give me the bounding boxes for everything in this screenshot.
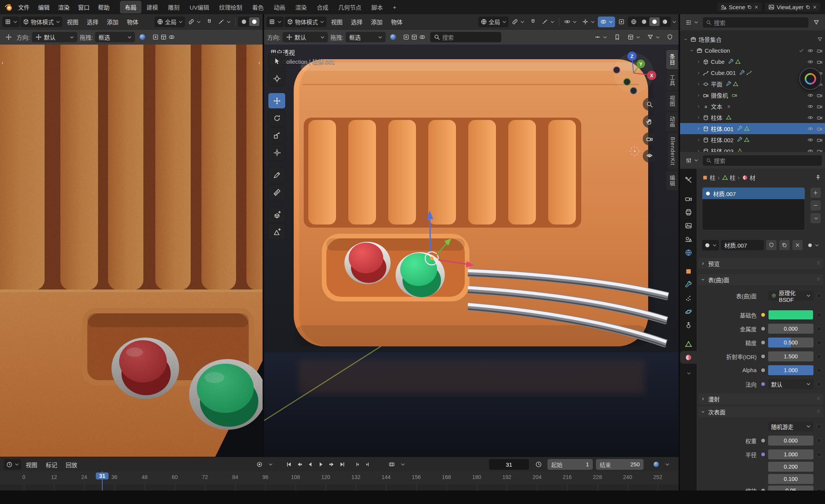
properties-tab-physics[interactable]: [680, 305, 697, 318]
topbar-menu-1[interactable]: 编辑: [34, 2, 54, 13]
animate-dot[interactable]: [817, 293, 822, 298]
duplicate-material-button[interactable]: [779, 240, 790, 251]
vpr-editor-type-button[interactable]: [266, 17, 284, 27]
breadcrumb-item[interactable]: 柱: [702, 173, 715, 181]
properties-tab-output[interactable]: [680, 206, 697, 218]
workspace-tab[interactable]: 几何节点: [333, 1, 366, 13]
vpr-direction-select[interactable]: 默认: [283, 32, 328, 42]
unlink-material-button[interactable]: [792, 240, 803, 251]
shading-solid-button[interactable]: [639, 17, 649, 26]
vpr-gizmos-button[interactable]: [580, 17, 597, 27]
material-name-field[interactable]: 材质.007: [721, 240, 764, 250]
vpr-falloff-sphere-button[interactable]: [388, 32, 398, 43]
animate-dot[interactable]: [817, 313, 822, 318]
sidebar-tab-视图[interactable]: 视图: [666, 91, 678, 111]
radius-value[interactable]: 0.100: [768, 474, 813, 484]
sidebar-tab-编辑[interactable]: 编辑: [666, 171, 678, 190]
workspace-tab[interactable]: 雕刻: [163, 1, 185, 13]
shading-rendered-button[interactable]: [249, 17, 259, 26]
vpr-menu-1[interactable]: 选择: [347, 16, 366, 27]
shading-rendered-button[interactable]: [660, 17, 670, 26]
timeline-menu-0[interactable]: 视图: [22, 459, 41, 470]
normal-select[interactable]: 默认: [768, 379, 813, 389]
properties-tab-view-layer[interactable]: [680, 219, 697, 232]
timeline-ruler[interactable]: 0 12 24 36 48 60 72 84 96 108 120 132 14…: [0, 471, 679, 491]
animate-dot[interactable]: [817, 340, 822, 345]
workspace-tab[interactable]: 脚本: [366, 1, 388, 13]
use-preview-range-clock[interactable]: [534, 459, 544, 469]
vpr-region-menu-button[interactable]: [625, 32, 642, 43]
outliner-item-柱体.002[interactable]: 柱体.002: [680, 134, 825, 145]
tool-scale[interactable]: [268, 127, 286, 143]
auto-keying-toggle[interactable]: [254, 459, 264, 469]
vpl-orientation-select[interactable]: 全局: [155, 17, 185, 27]
camera-view-button[interactable]: [643, 132, 656, 145]
properties-tab-overflow[interactable]: [680, 367, 697, 379]
animate-dot[interactable]: [817, 438, 822, 443]
topbar-menu-3[interactable]: 窗口: [74, 2, 94, 13]
animate-dot[interactable]: [817, 382, 822, 387]
timeline-menu-2[interactable]: 回放: [62, 459, 81, 470]
topbar-menu-2[interactable]: 渲染: [54, 2, 74, 13]
jump-end-button[interactable]: [338, 459, 348, 469]
topbar-menu-0[interactable]: 文件: [14, 2, 34, 13]
properties-tab-particles[interactable]: [680, 292, 697, 304]
outliner-filter-button[interactable]: [811, 17, 822, 28]
timeline-menu-1[interactable]: 标记: [42, 459, 61, 470]
ortho-grid-button[interactable]: [643, 150, 656, 163]
right-3d-viewport[interactable]: Z Y X 用户透视 (31) Collection | 柱体.001 条目工具…: [264, 45, 679, 457]
vpr-select-mode-group[interactable]: [401, 32, 428, 43]
outliner-scene-collection[interactable]: 场景集合: [680, 34, 825, 45]
panel-subsurface[interactable]: 次表面: [698, 406, 823, 418]
vpr-menu-2[interactable]: 添加: [367, 16, 386, 27]
animate-dot[interactable]: [817, 488, 822, 491]
toolbar-expand-icon[interactable]: ‹: [2, 59, 3, 66]
tool-transform[interactable]: [268, 145, 286, 161]
outliner-item-摄像机[interactable]: 摄像机: [680, 90, 825, 101]
remove-slot-button[interactable]: [810, 200, 821, 211]
tool-tweak-select[interactable]: [268, 53, 286, 69]
sidebar-tab-BlenderKit[interactable]: BlenderKit: [668, 133, 678, 170]
outliner-item-Cube[interactable]: Cube: [680, 56, 825, 67]
panel-diffuse[interactable]: 漫射: [698, 393, 823, 404]
frame-end-field[interactable]: 结束250: [596, 459, 644, 470]
subsurface-method-select[interactable]: 随机游走: [768, 421, 813, 431]
vpl-drag-select[interactable]: 框选: [95, 32, 135, 42]
animate-dot[interactable]: [817, 368, 822, 373]
vpr-menu-0[interactable]: 视图: [327, 16, 346, 27]
vpr-mode-select[interactable]: 物体模式: [284, 17, 326, 27]
workspace-tab[interactable]: 渲染: [290, 1, 312, 13]
properties-tab-material[interactable]: [680, 351, 697, 364]
slot-specials-button[interactable]: [810, 213, 821, 224]
animate-dot[interactable]: [817, 452, 822, 457]
vpl-snap-toggle[interactable]: [204, 17, 215, 27]
vpr-overlays-button[interactable]: [598, 17, 615, 27]
value-slider[interactable]: 1.500: [768, 351, 813, 361]
pan-hand-button[interactable]: [643, 115, 656, 128]
properties-tab-modifiers[interactable]: [680, 278, 697, 291]
vpl-menu-1[interactable]: 选择: [83, 16, 102, 27]
panel-surface[interactable]: 表(曲)面: [698, 274, 823, 285]
shading-solid-button[interactable]: [239, 17, 249, 26]
left-3d-viewport[interactable]: ‹ ‹: [0, 45, 263, 457]
zoom-button[interactable]: [643, 98, 656, 111]
scale-value[interactable]: 0.05: [768, 486, 813, 491]
vpr-visibility-button[interactable]: [562, 17, 579, 27]
outliner-item-柱体[interactable]: 柱体: [680, 112, 825, 123]
blenderkit-widget[interactable]: [799, 68, 822, 90]
sidebar-tab-工具[interactable]: 工具: [666, 71, 678, 90]
vpl-menu-2[interactable]: 添加: [103, 16, 122, 27]
animate-dot[interactable]: [817, 424, 822, 429]
sidebar-tab-条目[interactable]: 条目: [666, 50, 678, 69]
topbar-menu-4[interactable]: 帮助: [94, 2, 114, 13]
vpl-falloff-sphere-button[interactable]: [137, 32, 148, 43]
weight-slider[interactable]: 0.000: [768, 436, 813, 446]
properties-tab-object[interactable]: [680, 265, 697, 278]
add-slot-button[interactable]: [810, 187, 821, 198]
breadcrumb-item[interactable]: 柱: [722, 173, 735, 181]
sidebar-tab-动画[interactable]: 动画: [666, 112, 678, 131]
properties-tab-render[interactable]: [680, 192, 697, 205]
vpr-fake-user-button[interactable]: [664, 32, 675, 43]
tool-move[interactable]: [268, 93, 286, 109]
properties-tab-scene[interactable]: [680, 233, 697, 245]
